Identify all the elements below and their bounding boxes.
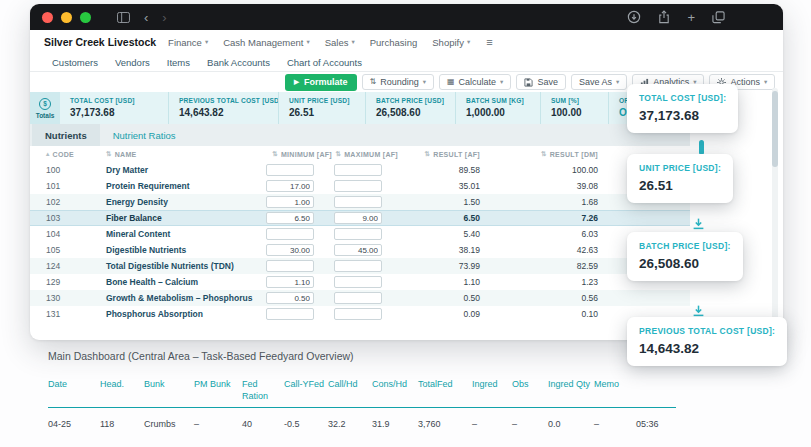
nutrient-row-103[interactable]: 103Fiber Balance6.507.26 bbox=[30, 210, 690, 226]
forward-chevron-icon[interactable]: › bbox=[162, 11, 166, 24]
vertical-scrollbar[interactable] bbox=[772, 88, 778, 334]
row-code: 100 bbox=[46, 165, 106, 175]
save-as-button[interactable]: Save As▾ bbox=[571, 74, 627, 90]
tab-overview-icon[interactable] bbox=[712, 11, 725, 24]
download-icon[interactable] bbox=[692, 303, 705, 316]
max-cell bbox=[334, 244, 400, 256]
callout-card-batch-price-usd: BATCH PRICE [USD]:26,508.60 bbox=[627, 232, 743, 281]
dash-col-cons-hd: Cons/Hd bbox=[372, 379, 418, 403]
nutrient-row-124[interactable]: 124Total Digestible Nutrients (TDN)73.99… bbox=[30, 258, 690, 274]
share-icon[interactable] bbox=[658, 10, 670, 24]
max-input-105[interactable] bbox=[334, 244, 382, 256]
max-input-100[interactable] bbox=[334, 164, 382, 176]
row-name: Mineral Content bbox=[106, 229, 266, 239]
row-code: 130 bbox=[46, 293, 106, 303]
menu-item-sales[interactable]: Sales▾ bbox=[325, 37, 355, 48]
formulate-button[interactable]: ▶ Formulate bbox=[285, 74, 357, 91]
column-header-result-af[interactable]: ⇅RESULT [AF] bbox=[400, 151, 482, 158]
sidebar-toggle-icon[interactable] bbox=[117, 12, 130, 23]
zoom-window-button[interactable] bbox=[80, 12, 91, 23]
max-input-124[interactable] bbox=[334, 260, 382, 272]
max-cell bbox=[334, 292, 400, 304]
menu-item-cash-management[interactable]: Cash Management▾ bbox=[223, 37, 310, 48]
max-input-101[interactable] bbox=[334, 180, 382, 192]
chevron-down-icon: ▾ bbox=[616, 79, 619, 86]
row-code: 124 bbox=[46, 261, 106, 271]
nutrient-row-105[interactable]: 105Digestible Nutrients38.1942.63 bbox=[30, 242, 690, 258]
new-tab-icon[interactable]: + bbox=[687, 11, 695, 24]
column-header-name[interactable]: ⇅NAME bbox=[106, 151, 266, 158]
play-icon: ▶ bbox=[294, 79, 299, 86]
dash-col-ingred-qty: Ingred Qty bbox=[548, 379, 594, 403]
max-input-131[interactable] bbox=[334, 308, 382, 320]
min-input-102[interactable] bbox=[266, 196, 314, 208]
min-cell bbox=[266, 228, 334, 240]
min-input-105[interactable] bbox=[266, 244, 314, 256]
menu-item-shopify[interactable]: Shopify▾ bbox=[432, 37, 470, 48]
minimize-window-button[interactable] bbox=[61, 12, 72, 23]
max-input-130[interactable] bbox=[334, 292, 382, 304]
calculate-button[interactable]: ▦Calculate▾ bbox=[439, 74, 511, 90]
chevron-down-icon: ▾ bbox=[351, 39, 354, 46]
result-dm: 39.08 bbox=[482, 181, 600, 191]
downloads-icon[interactable] bbox=[627, 10, 641, 24]
nutrient-row-104[interactable]: 104Mineral Content5.406.03 bbox=[30, 226, 690, 242]
dash-col-obs: Obs bbox=[512, 379, 548, 403]
dash-cell: – bbox=[512, 419, 548, 429]
max-input-104[interactable] bbox=[334, 228, 382, 240]
column-header-minimum-af[interactable]: ⇅MINIMUM [AF] bbox=[266, 151, 334, 158]
subnav-item-vendors[interactable]: Vendors bbox=[115, 57, 150, 68]
min-input-129[interactable] bbox=[266, 276, 314, 288]
max-input-103[interactable] bbox=[334, 212, 382, 224]
save-button[interactable]: Save bbox=[516, 74, 566, 90]
column-header-code[interactable]: ▴CODE bbox=[46, 151, 106, 158]
scrollbar-thumb[interactable] bbox=[772, 91, 778, 167]
column-header-result-dm[interactable]: ⇅RESULT [DM] bbox=[482, 151, 600, 158]
max-cell bbox=[334, 308, 400, 320]
subnav-item-items[interactable]: Items bbox=[167, 57, 190, 68]
result-dm: 0.56 bbox=[482, 293, 600, 303]
min-input-103[interactable] bbox=[266, 212, 314, 224]
tab-nutrients[interactable]: Nutrients bbox=[32, 124, 100, 146]
max-input-102[interactable] bbox=[334, 196, 382, 208]
sort-icon: ⇅ bbox=[272, 151, 278, 158]
nutrient-row-101[interactable]: 101Protein Requirement35.0139.08 bbox=[30, 178, 690, 194]
min-input-104[interactable] bbox=[266, 228, 314, 240]
dash-cell: – bbox=[194, 419, 242, 429]
dash-cell: 118 bbox=[100, 419, 144, 429]
back-chevron-icon[interactable]: ‹ bbox=[144, 11, 148, 24]
subnav-item-customers[interactable]: Customers bbox=[52, 57, 98, 68]
menu-item-purchasing[interactable]: Purchasing bbox=[370, 37, 418, 48]
min-cell bbox=[266, 244, 334, 256]
rounding-button[interactable]: ⇅Rounding▾ bbox=[362, 74, 435, 90]
result-af: 0.09 bbox=[400, 309, 482, 319]
button-label: Save bbox=[537, 77, 558, 87]
menu-icon[interactable]: ≡ bbox=[486, 36, 492, 48]
min-input-100[interactable] bbox=[266, 164, 314, 176]
min-input-131[interactable] bbox=[266, 308, 314, 320]
nutrient-row-131[interactable]: 131Phosphorus Absorption0.090.10 bbox=[30, 306, 690, 322]
sort-asc-icon: ▴ bbox=[46, 151, 50, 158]
min-input-124[interactable] bbox=[266, 260, 314, 272]
min-input-130[interactable] bbox=[266, 292, 314, 304]
row-name: Dry Matter bbox=[106, 165, 266, 175]
menu-item-finance[interactable]: Finance▾ bbox=[168, 37, 208, 48]
nutrient-row-100[interactable]: 100Dry Matter89.58100.00 bbox=[30, 162, 690, 178]
min-input-101[interactable] bbox=[266, 180, 314, 192]
close-window-button[interactable] bbox=[42, 12, 53, 23]
subnav-item-chart-of-accounts[interactable]: Chart of Accounts bbox=[287, 57, 362, 68]
result-af: 1.50 bbox=[400, 197, 482, 207]
nutrient-row-102[interactable]: 102Energy Density1.501.68 bbox=[30, 194, 690, 210]
nutrient-row-129[interactable]: 129Bone Health – Calcium1.101.23 bbox=[30, 274, 690, 290]
download-icon[interactable] bbox=[692, 216, 705, 229]
subnav-item-bank-accounts[interactable]: Bank Accounts bbox=[207, 57, 270, 68]
column-header-maximum-af[interactable]: ⇅MAXIMUM [AF] bbox=[334, 151, 400, 158]
column-header-label: CODE bbox=[53, 151, 74, 158]
result-dm: 1.68 bbox=[482, 197, 600, 207]
overlay-scroll-pill[interactable] bbox=[699, 140, 704, 155]
tab-nutrient-ratios[interactable]: Nutrient Ratios bbox=[100, 124, 189, 146]
row-code: 129 bbox=[46, 277, 106, 287]
nutrient-row-130[interactable]: 130Growth & Metabolism – Phosphorus0.500… bbox=[30, 290, 690, 306]
max-cell bbox=[334, 260, 400, 272]
max-input-129[interactable] bbox=[334, 276, 382, 288]
